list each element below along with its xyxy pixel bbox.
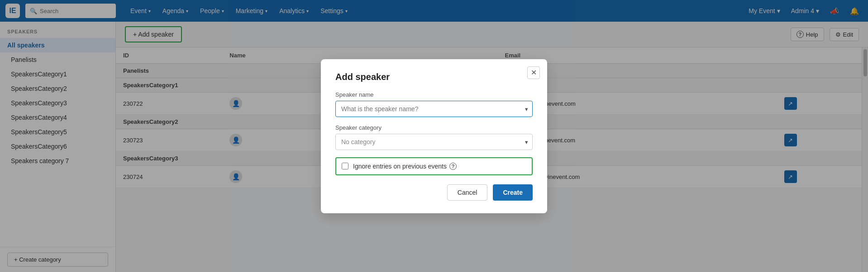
modal-close-button[interactable]: ✕ xyxy=(527,66,540,79)
speaker-category-label: Speaker category xyxy=(335,124,533,131)
modal-footer: Cancel Create xyxy=(335,184,533,201)
speaker-category-select[interactable]: No category xyxy=(335,134,533,150)
speaker-category-group: Speaker category No category ▾ xyxy=(335,124,533,150)
speaker-name-group: Speaker name ▾ xyxy=(335,91,533,117)
modal-overlay[interactable]: Add speaker ✕ Speaker name ▾ Speaker cat… xyxy=(0,0,868,272)
cancel-button[interactable]: Cancel xyxy=(447,184,488,201)
ignore-entries-checkbox[interactable] xyxy=(342,163,348,169)
modal-title: Add speaker xyxy=(335,72,533,82)
add-speaker-modal: Add speaker ✕ Speaker name ▾ Speaker cat… xyxy=(321,59,547,213)
close-icon: ✕ xyxy=(531,68,537,77)
speaker-name-label: Speaker name xyxy=(335,91,533,98)
ignore-entries-label: Ignore entries on previous events ? xyxy=(353,163,457,170)
create-button[interactable]: Create xyxy=(493,184,533,201)
speaker-name-input[interactable] xyxy=(335,101,533,117)
help-tooltip-icon[interactable]: ? xyxy=(449,163,457,170)
ignore-entries-row: Ignore entries on previous events ? xyxy=(335,157,533,175)
speaker-category-input-wrapper: No category ▾ xyxy=(335,134,533,150)
speaker-name-input-wrapper: ▾ xyxy=(335,101,533,117)
